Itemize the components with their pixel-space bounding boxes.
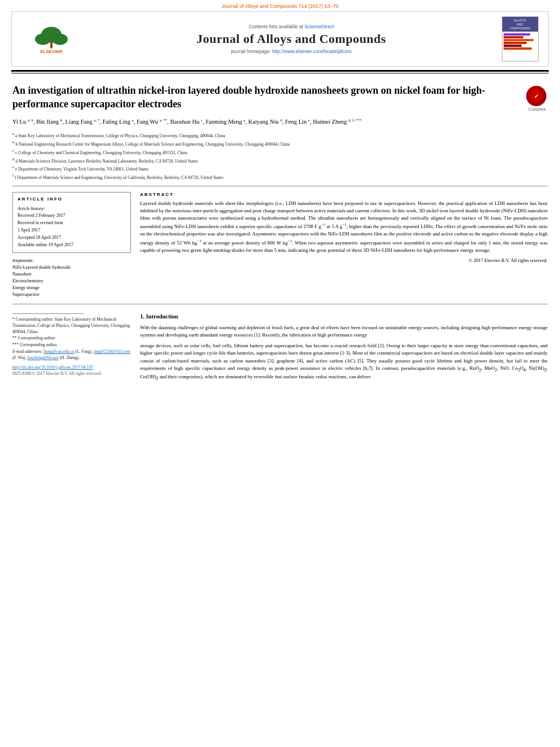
affil-d: d d Materials Sciences Division, Lawrenc… (12, 156, 548, 164)
crossmark-circle: ✓ (526, 86, 546, 106)
keyword-1: NiFe-Layered double hydroxide (12, 264, 131, 271)
article-title: An investigation of ultrathin nickel-iro… (12, 84, 520, 111)
keywords-section: Keywords: NiFe-Layered double hydroxide … (12, 257, 131, 298)
affil-b-text: b National Engineering Research Center f… (15, 142, 290, 147)
affil-c-text: c College of Chemistry and Chemical Engi… (15, 150, 187, 155)
cover-body (502, 32, 538, 61)
affil-c: c c College of Chemistry and Chemical En… (12, 148, 548, 156)
footnote-corresponding1: * Corresponding author. State Key Labora… (12, 317, 131, 335)
email-label: E-mail addresses: (12, 349, 43, 354)
svg-text:✓: ✓ (534, 93, 539, 99)
journal-homepage: journal homepage: http://www.elsevier.co… (85, 49, 497, 54)
intro-paragraph-1: With the daunting challenges of global w… (140, 324, 548, 339)
journal-header-center: Contents lists available at ScienceDirec… (85, 24, 497, 54)
elsevier-logo-area: ELSEVIER (18, 22, 85, 56)
section-title: Introduction (146, 313, 178, 320)
contents-label: Contents lists available at (248, 24, 303, 29)
introduction-heading: 1. Introduction (140, 313, 548, 320)
introduction-section: * Corresponding author. State Key Labora… (0, 304, 560, 386)
left-column: ARTICLE INFO Article history: Received 2… (12, 192, 131, 298)
homepage-url-text: http://www.elsevier.com/locate/jalcom (272, 49, 352, 54)
introduction-text-column: 1. Introduction With the daunting challe… (140, 313, 548, 386)
svg-point-2 (35, 34, 51, 45)
email-lfang[interactable]: lfang@cqu.edu.cn (43, 349, 75, 354)
article-history-label: Article history: (18, 206, 126, 212)
email-fang-name: (F. Wu), (12, 355, 27, 360)
email-zheng[interactable]: lunzheng@lbl.gov (27, 355, 58, 360)
available-date: Available online 19 April 2017 (18, 242, 126, 248)
authors-section: Yi Lu a, b, Bin Jiang b, Liang Fang a, *… (0, 117, 560, 126)
svg-rect-4 (50, 41, 53, 49)
journal-cover-image: ALLOYSANDCOMPOUNDS (502, 16, 539, 62)
journal-ref-bar: Journal of Alloys and Compounds 714 (201… (0, 0, 560, 11)
journal-homepage-link[interactable]: http://www.elsevier.com/locate/jalcom (272, 49, 352, 54)
journal-title-text: Journal of Alloys and Compounds (196, 32, 386, 46)
affil-a-text: a State Key Laboratory of Mechanical Tra… (15, 133, 225, 138)
elsevier-tree-icon: ELSEVIER (26, 22, 77, 56)
journal-header: ELSEVIER Contents lists available at Sci… (11, 11, 549, 67)
doi-text: http://dx.doi.org/10.1016/j.jallcom.2017… (12, 365, 93, 370)
journal-ref-text: Journal of Alloys and Compounds 714 (201… (221, 3, 339, 9)
keyword-2: Nanosheet (12, 271, 131, 278)
doi-line: http://dx.doi.org/10.1016/j.jallcom.2017… (12, 365, 131, 370)
sciencedirect-text: ScienceDirect (304, 24, 334, 29)
keyword-3: Electrochemistry (12, 278, 131, 285)
footnote-corresponding3: *** Corresponding author. (12, 342, 131, 348)
footnotes: * Corresponding author. State Key Labora… (12, 317, 131, 361)
page: Journal of Alloys and Compounds 714 (201… (0, 0, 560, 747)
affil-a: a a State Key Laboratory of Mechanical T… (12, 131, 548, 139)
crossmark-icon: ✓ (530, 90, 542, 102)
abstract-label: ABSTRACT (140, 192, 548, 197)
author-text: Yi Lu a, b, Bin Jiang b, Liang Fang a, *… (12, 119, 362, 125)
footnote-email: E-mail addresses: lfang@cqu.edu.cn (L. F… (12, 349, 131, 361)
contents-line: Contents lists available at ScienceDirec… (85, 24, 497, 29)
keyword-5: Supercapacitor (12, 291, 131, 298)
affil-b: b b National Engineering Research Center… (12, 139, 548, 147)
crossmark-label: CrossMark (526, 107, 548, 111)
doi-link[interactable]: http://dx.doi.org/10.1016/j.jallcom.2017… (12, 365, 93, 370)
sciencedirect-link[interactable]: ScienceDirect (304, 24, 334, 29)
abstract-copyright: © 2017 Elsevier B.V. All rights reserved… (140, 257, 548, 263)
cover-header: ALLOYSANDCOMPOUNDS (502, 17, 538, 32)
thick-divider-top (11, 70, 549, 72)
crossmark-badge: ✓ CrossMark (526, 86, 548, 111)
journal-cover-area: ALLOYSANDCOMPOUNDS (497, 16, 542, 62)
author-list: Yi Lu a, b, Bin Jiang b, Liang Fang a, *… (12, 117, 548, 126)
footnotes-column: * Corresponding author. State Key Labora… (12, 313, 131, 386)
abstract-section: ABSTRACT Layered double hydroxide materi… (140, 192, 548, 298)
section-number: 1. (140, 313, 145, 320)
homepage-label: journal homepage: (231, 49, 270, 54)
footnote-divider (12, 313, 84, 314)
keyword-4: Energy storage (12, 285, 131, 291)
svg-text:ELSEVIER: ELSEVIER (40, 49, 63, 54)
affiliations-section: a a State Key Laboratory of Mechanical T… (0, 129, 560, 186)
article-title-container: An investigation of ultrathin nickel-iro… (12, 84, 526, 111)
accepted-date: Accepted 18 April 2017 (18, 234, 126, 241)
revised-date: 1 April 2017 (18, 227, 126, 234)
svg-point-3 (52, 34, 68, 45)
issn-line: 0925-8388/© 2017 Elsevier B.V. All right… (12, 371, 131, 376)
affil-f-text: f Department of Materials Science and En… (15, 175, 223, 180)
affil-e: e e Department of Chemistry, Virginia Te… (12, 164, 548, 172)
article-info-box: ARTICLE INFO Article history: Received 2… (12, 192, 131, 253)
intro-paragraph-2: storage devices, such as solar cells, fu… (140, 342, 548, 382)
abstract-text: Layered double hydroxide materials with … (140, 200, 548, 254)
affil-f: f f Department of Materials Science and … (12, 173, 548, 181)
received-date: Received 2 February 2017 (18, 212, 126, 219)
footnote-corresponding2: ** Corresponding author. (12, 335, 131, 342)
email-lfang-name: (L. Fang), (76, 349, 94, 354)
keywords-label: Keywords: (12, 257, 131, 264)
email-fang[interactable]: fang01234@163.com (94, 349, 130, 354)
journal-title: Journal of Alloys and Compounds (85, 32, 497, 46)
email-zheng-name: (H. Zheng). (60, 355, 80, 360)
affil-e-text: e Department of Chemistry, Virginia Tech… (15, 167, 148, 172)
info-abstract-columns: ARTICLE INFO Article history: Received 2… (0, 186, 560, 298)
article-title-section: An investigation of ultrathin nickel-iro… (0, 73, 560, 117)
received-revised-label: Received in revised form (18, 220, 126, 226)
article-info-label: ARTICLE INFO (18, 196, 126, 203)
affil-d-text: d Materials Sciences Division, Lawrence … (15, 158, 198, 163)
